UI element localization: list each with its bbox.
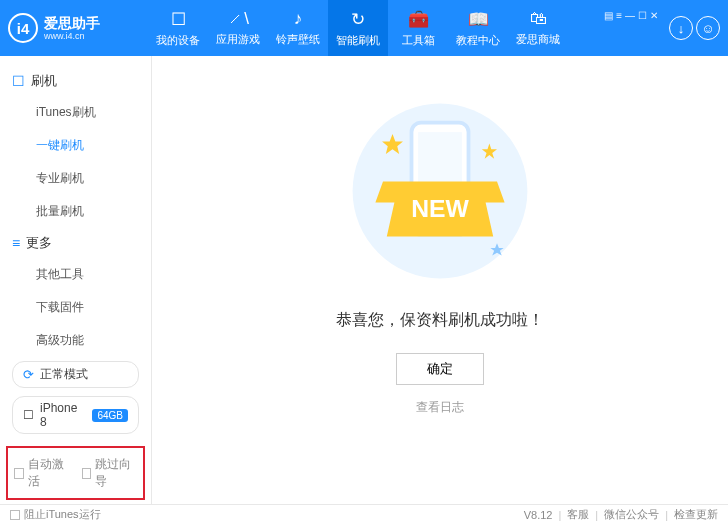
success-illustration: NEW bbox=[345, 96, 535, 286]
nav-my-device[interactable]: ☐我的设备 bbox=[148, 0, 208, 56]
menu-icon[interactable]: ≡ bbox=[616, 10, 622, 21]
main-content: NEW 恭喜您，保资料刷机成功啦！ 确定 查看日志 bbox=[152, 56, 728, 504]
checkbox-icon bbox=[82, 468, 92, 479]
version-label: V8.12 bbox=[524, 509, 553, 521]
update-link[interactable]: 检查更新 bbox=[674, 507, 718, 522]
ringtone-icon: ♪ bbox=[294, 9, 303, 29]
storage-badge: 64GB bbox=[92, 409, 128, 422]
checkbox-icon bbox=[14, 468, 24, 479]
sidebar-item-firmware[interactable]: 下载固件 bbox=[0, 291, 151, 324]
nav-ringtones[interactable]: ♪铃声壁纸 bbox=[268, 0, 328, 56]
support-link[interactable]: 客服 bbox=[567, 507, 589, 522]
phone-icon: ☐ bbox=[23, 408, 34, 422]
checkbox-icon bbox=[10, 510, 20, 520]
device-row[interactable]: ☐iPhone 864GB bbox=[12, 396, 139, 434]
download-button[interactable]: ↓ bbox=[669, 16, 693, 40]
phone-icon: ☐ bbox=[171, 9, 186, 30]
status-bar: 阻止iTunes运行 V8.12| 客服| 微信公众号| 检查更新 bbox=[0, 504, 728, 524]
ok-button[interactable]: 确定 bbox=[396, 353, 484, 385]
site-url: www.i4.cn bbox=[44, 32, 100, 41]
window-controls: ▤ ≡ — ☐ ✕ bbox=[604, 10, 658, 21]
checkbox-auto-activate[interactable]: 自动激活 bbox=[14, 456, 70, 490]
group-more[interactable]: ≡更多 bbox=[0, 228, 151, 258]
sidebar-item-oneclick-flash[interactable]: 一键刷机 bbox=[0, 129, 151, 162]
close-icon[interactable]: ✕ bbox=[650, 10, 658, 21]
sidebar-item-pro-flash[interactable]: 专业刷机 bbox=[0, 162, 151, 195]
device-name: iPhone 8 bbox=[40, 401, 86, 429]
minimize-icon[interactable]: — bbox=[625, 10, 635, 21]
phone-icon: ☐ bbox=[12, 73, 25, 89]
highlight-box: 自动激活 跳过向导 bbox=[6, 446, 145, 500]
nav-apps[interactable]: ⟋\应用游戏 bbox=[208, 0, 268, 56]
success-message: 恭喜您，保资料刷机成功啦！ bbox=[336, 310, 544, 331]
view-log-link[interactable]: 查看日志 bbox=[416, 399, 464, 416]
nav-flash[interactable]: ↻智能刷机 bbox=[328, 0, 388, 56]
apps-icon: ⟋\ bbox=[227, 9, 249, 29]
wechat-link[interactable]: 微信公众号 bbox=[604, 507, 659, 522]
nav-toolbox[interactable]: 🧰工具箱 bbox=[388, 0, 448, 56]
title-bar: i4 爱思助手 www.i4.cn ☐我的设备 ⟋\应用游戏 ♪铃声壁纸 ↻智能… bbox=[0, 0, 728, 56]
app-name: 爱思助手 bbox=[44, 16, 100, 30]
toolbox-icon: 🧰 bbox=[408, 9, 429, 30]
header-right: ▤ ≡ — ☐ ✕ ↓ ☺ bbox=[604, 16, 720, 40]
sync-icon: ⟳ bbox=[23, 367, 34, 382]
refresh-icon: ↻ bbox=[351, 9, 365, 30]
store-icon: 🛍 bbox=[530, 9, 547, 29]
maximize-icon[interactable]: ☐ bbox=[638, 10, 647, 21]
nav-tutorials[interactable]: 📖教程中心 bbox=[448, 0, 508, 56]
device-mode[interactable]: ⟳正常模式 bbox=[12, 361, 139, 388]
logo-icon: i4 bbox=[8, 13, 38, 43]
skin-icon[interactable]: ▤ bbox=[604, 10, 613, 21]
nav-store[interactable]: 🛍爱思商城 bbox=[508, 0, 568, 56]
list-icon: ≡ bbox=[12, 235, 20, 251]
sidebar-item-itunes-flash[interactable]: iTunes刷机 bbox=[0, 96, 151, 129]
svg-text:NEW: NEW bbox=[411, 195, 469, 222]
sidebar-item-batch-flash[interactable]: 批量刷机 bbox=[0, 195, 151, 228]
checkbox-skip-guide[interactable]: 跳过向导 bbox=[82, 456, 138, 490]
user-button[interactable]: ☺ bbox=[696, 16, 720, 40]
sidebar: ☐刷机 iTunes刷机 一键刷机 专业刷机 批量刷机 ≡更多 其他工具 下载固… bbox=[0, 56, 152, 504]
book-icon: 📖 bbox=[468, 9, 489, 30]
sidebar-item-advanced[interactable]: 高级功能 bbox=[0, 324, 151, 357]
checkbox-block-itunes[interactable]: 阻止iTunes运行 bbox=[10, 507, 101, 522]
top-nav: ☐我的设备 ⟋\应用游戏 ♪铃声壁纸 ↻智能刷机 🧰工具箱 📖教程中心 🛍爱思商… bbox=[148, 0, 568, 56]
group-flash[interactable]: ☐刷机 bbox=[0, 66, 151, 96]
logo: i4 爱思助手 www.i4.cn bbox=[8, 13, 148, 43]
sidebar-item-other-tools[interactable]: 其他工具 bbox=[0, 258, 151, 291]
